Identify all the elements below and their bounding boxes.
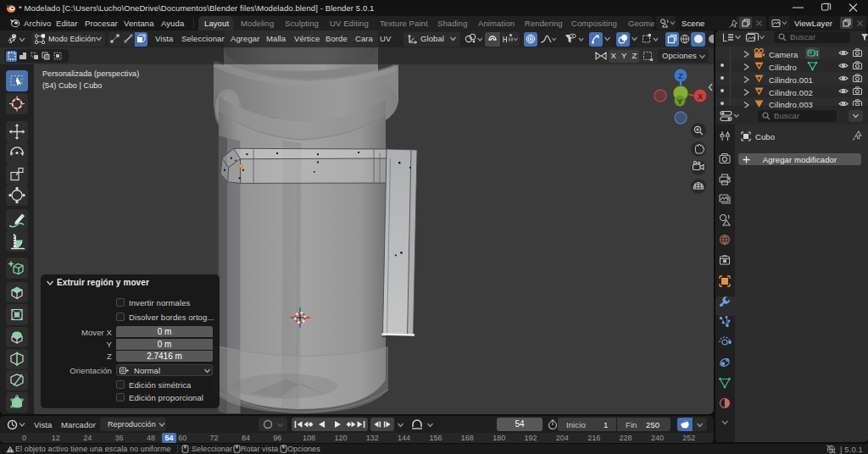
svg-text:X: X bbox=[698, 92, 703, 101]
svg-text:Z: Z bbox=[678, 72, 683, 80]
svg-text:Y: Y bbox=[677, 97, 682, 106]
